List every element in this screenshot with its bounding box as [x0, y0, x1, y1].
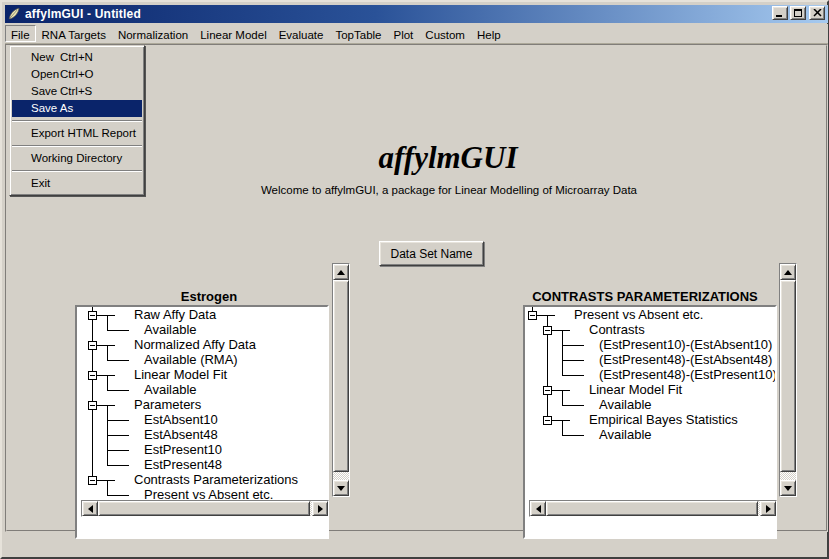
menu-file[interactable]: File: [5, 25, 36, 42]
tree-node-label[interactable]: Parameters: [134, 397, 201, 412]
tree-connector-line: [97, 315, 115, 316]
menu-item-new[interactable]: NewCtrl+N: [12, 49, 142, 66]
tree-expander-minus-icon[interactable]: [88, 311, 97, 320]
menu-item-save[interactable]: SaveCtrl+S: [12, 83, 142, 100]
tree-connector-line: [107, 390, 129, 391]
tree-connector-line: [562, 375, 584, 376]
tree-connector-line: [107, 375, 108, 390]
menu-item-export-html-report[interactable]: Export HTML Report: [12, 125, 142, 142]
window-controls: [770, 6, 825, 20]
tree-connector-line: [107, 345, 108, 360]
menu-item-label: New: [31, 49, 54, 66]
menu-item-open[interactable]: OpenCtrl+O: [12, 66, 142, 83]
tree-connector-line: [562, 345, 584, 346]
menu-item-label: Save As: [31, 100, 73, 117]
menu-help[interactable]: Help: [471, 25, 507, 42]
menu-evaluate[interactable]: Evaluate: [273, 25, 330, 42]
tree-expander-minus-icon[interactable]: [543, 326, 552, 335]
tree-connector-line: [537, 315, 555, 316]
tree-node-label[interactable]: Available (RMA): [144, 352, 238, 367]
app-title: affylmGUI: [379, 140, 518, 176]
menu-plot[interactable]: Plot: [388, 25, 420, 42]
tk-feather-icon: [7, 7, 21, 21]
tree-expander-minus-icon[interactable]: [543, 416, 552, 425]
tree-node-label[interactable]: Available: [599, 427, 652, 442]
menu-separator: [12, 142, 142, 150]
tree-connector-line: [107, 495, 129, 496]
scroll-down-button[interactable]: [333, 480, 349, 496]
scrollbar-thumb[interactable]: [333, 280, 349, 472]
tree-node-label[interactable]: Normalized Affy Data: [134, 337, 256, 352]
scrollbar-thumb[interactable]: [98, 501, 310, 516]
left-tree-vertical-scrollbar[interactable]: [332, 263, 350, 497]
tree-expander-minus-icon[interactable]: [88, 371, 97, 380]
menu-normalization[interactable]: Normalization: [112, 25, 194, 42]
scroll-left-button[interactable]: [530, 501, 546, 516]
menu-item-accelerator: Ctrl+N: [60, 49, 93, 66]
menu-item-accelerator: Ctrl+S: [60, 83, 92, 100]
tree-node-label[interactable]: EstPresent10: [144, 442, 222, 457]
tree-connector-line: [552, 390, 570, 391]
scrollbar-thumb[interactable]: [780, 280, 796, 472]
tree-connector-line: [97, 345, 115, 346]
right-tree-vertical-scrollbar[interactable]: [779, 263, 797, 497]
tree-connector-line: [107, 315, 108, 330]
menu-separator: [12, 167, 142, 175]
scroll-up-button[interactable]: [780, 264, 796, 280]
tree-expander-minus-icon[interactable]: [88, 401, 97, 410]
scroll-up-button[interactable]: [333, 264, 349, 280]
scroll-left-button[interactable]: [82, 501, 98, 516]
minimize-button[interactable]: [772, 6, 788, 20]
menu-linear-model[interactable]: Linear Model: [194, 25, 272, 42]
tree-node-label[interactable]: EstPresent48: [144, 457, 222, 472]
close-button[interactable]: [809, 6, 825, 20]
menu-item-label: Exit: [31, 175, 50, 192]
menu-separator: [12, 117, 142, 125]
maximize-button[interactable]: [790, 6, 806, 20]
tree-connector-line: [562, 390, 563, 405]
right-tree-horizontal-scrollbar[interactable]: [529, 500, 777, 517]
data-set-name-button[interactable]: Data Set Name: [379, 241, 484, 266]
tree-node-label[interactable]: Linear Model Fit: [134, 367, 227, 382]
tree-node-label[interactable]: Empirical Bayes Statistics: [589, 412, 738, 427]
tree-connector-line: [562, 330, 563, 375]
menu-item-working-directory[interactable]: Working Directory: [12, 150, 142, 167]
tree-node-label[interactable]: Contrasts Parameterizations: [134, 472, 298, 487]
tree-node-label[interactable]: Available: [599, 397, 652, 412]
window-title: affylmGUI - Untitled: [25, 7, 141, 21]
tree-node-label[interactable]: Available: [144, 382, 197, 397]
tree-connector-line: [107, 450, 129, 451]
tree-connector-line: [562, 435, 584, 436]
scroll-down-button[interactable]: [780, 480, 796, 496]
tree-connector-line: [562, 360, 584, 361]
tree-node-label[interactable]: (EstPresent10)-(EstAbsent10): [599, 337, 772, 352]
titlebar[interactable]: affylmGUI - Untitled: [5, 5, 828, 23]
tree-node-label[interactable]: EstAbsent48: [144, 427, 218, 442]
left-tree-horizontal-scrollbar[interactable]: [81, 500, 329, 517]
tree-node-label[interactable]: Present vs Absent etc.: [574, 307, 703, 322]
menubar: FileRNA TargetsNormalizationLinear Model…: [5, 24, 828, 44]
menu-item-exit[interactable]: Exit: [12, 175, 142, 192]
tree-node-label[interactable]: Available: [144, 322, 197, 337]
menu-rna-targets[interactable]: RNA Targets: [36, 25, 112, 42]
scroll-right-button[interactable]: [760, 501, 776, 516]
tree-node-label[interactable]: (EstPresent48)-(EstPresent10): [599, 367, 777, 382]
scrollbar-thumb[interactable]: [546, 501, 758, 516]
tree-expander-minus-icon[interactable]: [543, 386, 552, 395]
left-tree-title: Estrogen: [181, 289, 237, 304]
tree-node-label[interactable]: Contrasts: [589, 322, 645, 337]
tree-connector-line: [107, 420, 129, 421]
menu-item-save-as[interactable]: Save As: [12, 100, 142, 117]
menu-item-accelerator: Ctrl+O: [60, 66, 94, 83]
tree-node-label[interactable]: EstAbsent10: [144, 412, 218, 427]
tree-node-label[interactable]: (EstPresent48)-(EstAbsent48): [599, 352, 772, 367]
tree-expander-minus-icon[interactable]: [528, 311, 537, 320]
tree-expander-minus-icon[interactable]: [88, 341, 97, 350]
scroll-right-button[interactable]: [312, 501, 328, 516]
tree-node-label[interactable]: Raw Affy Data: [134, 307, 216, 322]
tree-connector-line: [562, 420, 563, 435]
tree-node-label[interactable]: Linear Model Fit: [589, 382, 682, 397]
tree-expander-minus-icon[interactable]: [88, 476, 97, 485]
menu-custom[interactable]: Custom: [419, 25, 471, 42]
menu-toptable[interactable]: TopTable: [329, 25, 387, 42]
